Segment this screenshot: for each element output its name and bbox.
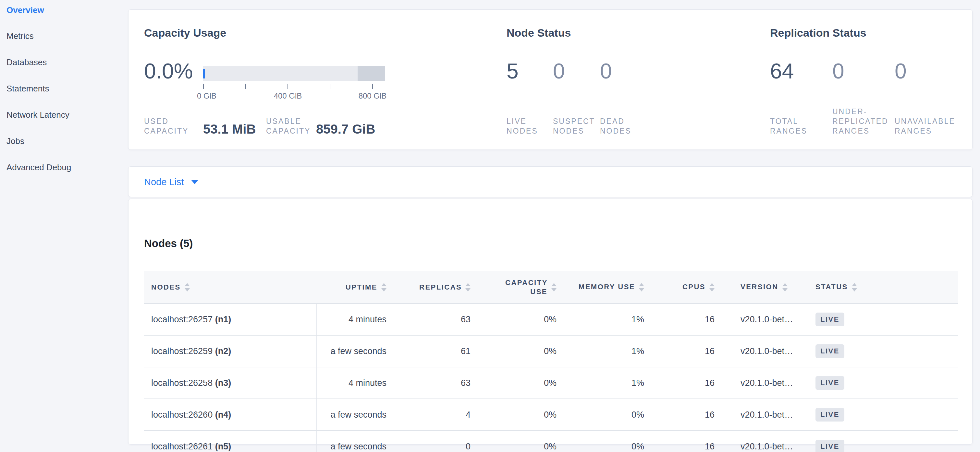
- node-id: (n2): [215, 346, 231, 356]
- node-id: (n3): [215, 378, 231, 388]
- column-header-capacity-use[interactable]: CAPACITY USE: [471, 271, 557, 303]
- column-header-status[interactable]: STATUS: [800, 271, 875, 303]
- table-row[interactable]: localhost:26259 (n2) a few seconds 61 0%…: [144, 335, 958, 367]
- column-header-replicas[interactable]: REPLICAS: [387, 271, 471, 303]
- sort-icon[interactable]: [852, 283, 857, 292]
- memory-use-cell: 1%: [557, 335, 644, 367]
- column-label: VERSION: [741, 283, 778, 291]
- uptime-cell: 4 minutes: [317, 303, 387, 335]
- replicas-cell: 61: [387, 335, 471, 367]
- node-id: (n1): [215, 314, 231, 324]
- sort-icon[interactable]: [381, 283, 387, 292]
- sidebar-item-statements[interactable]: Statements: [6, 84, 49, 94]
- sidebar-item-network-latency[interactable]: Network Latency: [6, 110, 70, 120]
- uptime-cell: 4 minutes: [317, 367, 387, 399]
- axis-label-400: 400 GiB: [274, 92, 302, 100]
- usable-capacity-label: USABLE CAPACITY: [266, 116, 323, 136]
- sort-icon[interactable]: [465, 283, 471, 292]
- view-selector-dropdown[interactable]: Node List: [144, 167, 198, 197]
- status-cell: LIVE: [800, 431, 875, 452]
- memory-use-cell: 0%: [557, 431, 644, 452]
- sidebar-item-overview[interactable]: Overview: [6, 5, 44, 15]
- node-address-cell: localhost:26257 (n1): [144, 303, 317, 335]
- replication-status-title: Replication Status: [770, 27, 866, 39]
- nodes-table: NODES UPTIME REPLICAS CAPACITY USE MEMOR…: [144, 271, 958, 452]
- sort-icon[interactable]: [783, 283, 788, 292]
- status-badge: LIVE: [816, 408, 844, 422]
- cpus-cell: 16: [644, 367, 714, 399]
- sort-icon[interactable]: [551, 283, 557, 292]
- sidebar-item-jobs[interactable]: Jobs: [6, 136, 24, 146]
- live-nodes-label: LIVE NODES: [507, 116, 553, 136]
- capacity-used-percent: 0.0%: [144, 60, 193, 82]
- sidebar-item-databases[interactable]: Databases: [6, 57, 47, 67]
- table-row[interactable]: localhost:26261 (n5) a few seconds 0 0% …: [144, 431, 958, 452]
- column-header-uptime[interactable]: UPTIME: [317, 271, 387, 303]
- sidebar: Overview Metrics Databases Statements Ne…: [0, 0, 127, 452]
- column-label: NODES: [151, 283, 181, 292]
- usable-capacity-value: 859.7 GiB: [316, 122, 375, 136]
- view-selector-card: Node List: [128, 167, 972, 197]
- dead-nodes-label: DEAD NODES: [600, 116, 642, 136]
- axis-tick: [203, 84, 204, 89]
- capacity-use-cell: 0%: [471, 335, 557, 367]
- cpus-cell: 16: [644, 303, 714, 335]
- table-header-row: NODES UPTIME REPLICAS CAPACITY USE MEMOR…: [144, 271, 958, 303]
- filler-cell: [875, 431, 958, 452]
- nodes-table-title: Nodes (5): [144, 237, 193, 250]
- node-id: (n4): [215, 410, 231, 420]
- version-cell: v20.1.0-bet…: [714, 303, 800, 335]
- version-cell: v20.1.0-bet…: [714, 399, 800, 431]
- view-selector-label: Node List: [144, 177, 184, 187]
- uptime-cell: a few seconds: [317, 335, 387, 367]
- capacity-gauge-bar: [203, 66, 385, 81]
- column-label: CPUS: [682, 283, 705, 291]
- column-label: STATUS: [816, 283, 848, 291]
- nodes-table-card: Nodes (5) NODES UPTIME REPLICAS CAPACITY…: [128, 199, 972, 444]
- column-header-cpus[interactable]: CPUS: [644, 271, 714, 303]
- node-address: localhost:26257: [151, 314, 213, 324]
- column-header-nodes[interactable]: NODES: [144, 271, 317, 303]
- column-label: MEMORY USE: [579, 283, 635, 291]
- replicas-cell: 4: [387, 399, 471, 431]
- capacity-gauge-dark-segment: [358, 66, 385, 81]
- table-row[interactable]: localhost:26257 (n1) 4 minutes 63 0% 1% …: [144, 303, 958, 335]
- under-replicated-ranges-label: UNDER-REPLICATED RANGES: [832, 107, 890, 136]
- cluster-summary-card: Capacity Usage 0.0% 0 GiB 400 GiB 800 Gi…: [128, 10, 972, 150]
- sort-icon[interactable]: [185, 283, 190, 292]
- uptime-cell: a few seconds: [317, 431, 387, 452]
- under-replicated-ranges-count: 0: [832, 60, 844, 82]
- cpus-cell: 16: [644, 431, 714, 452]
- dead-nodes-count: 0: [600, 60, 612, 82]
- total-ranges-label: TOTAL RANGES: [770, 116, 816, 136]
- filler-cell: [875, 303, 958, 335]
- version-cell: v20.1.0-bet…: [714, 367, 800, 399]
- sidebar-item-metrics[interactable]: Metrics: [6, 31, 34, 41]
- status-cell: LIVE: [800, 303, 875, 335]
- table-row[interactable]: localhost:26258 (n3) 4 minutes 63 0% 1% …: [144, 367, 958, 399]
- column-header-memory-use[interactable]: MEMORY USE: [557, 271, 644, 303]
- status-badge: LIVE: [816, 440, 844, 452]
- status-cell: LIVE: [800, 335, 875, 367]
- unavailable-ranges-label: UNAVAILABLE RANGES: [895, 116, 963, 136]
- status-badge: LIVE: [816, 376, 844, 390]
- replicas-cell: 63: [387, 303, 471, 335]
- table-row[interactable]: localhost:26260 (n4) a few seconds 4 0% …: [144, 399, 958, 431]
- column-header-version[interactable]: VERSION: [714, 271, 800, 303]
- node-status-title: Node Status: [507, 27, 571, 39]
- version-cell: v20.1.0-bet…: [714, 335, 800, 367]
- filler-cell: [875, 335, 958, 367]
- node-address: localhost:26261: [151, 442, 213, 451]
- used-capacity-label: USED CAPACITY: [144, 116, 201, 136]
- status-badge: LIVE: [816, 344, 844, 358]
- column-header-filler: [875, 271, 958, 303]
- sort-icon[interactable]: [639, 283, 644, 292]
- sort-icon[interactable]: [710, 283, 714, 292]
- node-id: (n5): [215, 442, 231, 451]
- memory-use-cell: 0%: [557, 399, 644, 431]
- total-ranges-count: 64: [770, 60, 794, 82]
- capacity-usage-title: Capacity Usage: [144, 27, 226, 39]
- column-label: REPLICAS: [419, 283, 461, 292]
- sidebar-item-advanced-debug[interactable]: Advanced Debug: [6, 162, 71, 173]
- status-cell: LIVE: [800, 399, 875, 431]
